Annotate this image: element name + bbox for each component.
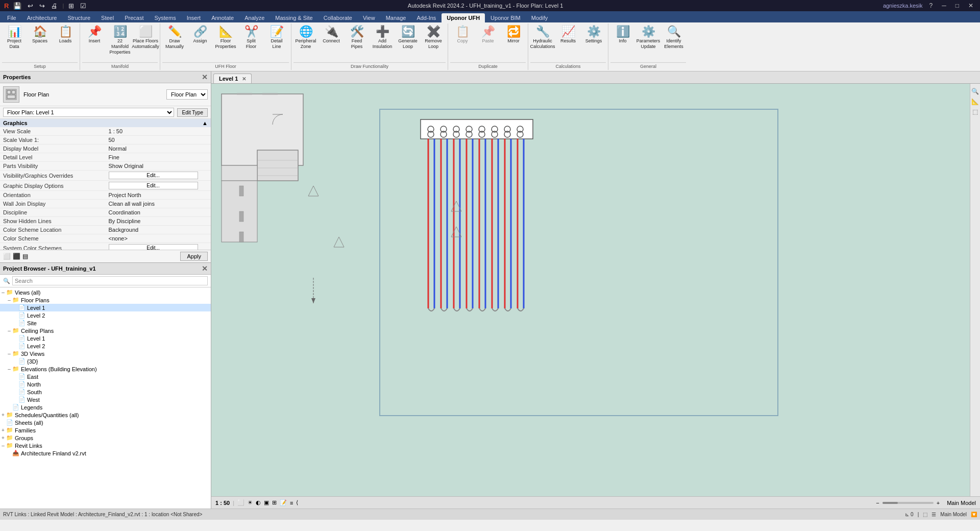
add-insulation-btn[interactable]: ➕ AddInsulation: [370, 25, 395, 51]
tree-elev-south[interactable]: 📄 South: [0, 388, 211, 396]
tree-ceiling-plans[interactable]: – 📁 Ceiling Plans: [0, 327, 211, 334]
browser-tree[interactable]: – 📁 Views (all) – 📁 Floor Plans 📄 Level …: [0, 287, 211, 509]
tree-ceiling-level2[interactable]: 📄 Level 2: [0, 342, 211, 350]
detail-line-btn[interactable]: 📝 DetailLine: [264, 25, 289, 51]
ribbon-tab-steel[interactable]: Steel: [96, 13, 119, 22]
ribbon-tab-file[interactable]: File: [2, 13, 21, 22]
assign-btn[interactable]: 🔗 Assign: [188, 25, 212, 45]
design-options[interactable]: ☰: [932, 512, 936, 517]
params-update-btn[interactable]: ⚙️ ParametersUpdate: [636, 25, 660, 51]
tree-legends[interactable]: 📄 Legends: [0, 403, 211, 411]
close-btn[interactable]: ✕: [966, 1, 976, 10]
ribbon-tab-precast[interactable]: Precast: [119, 13, 149, 22]
undo-btn[interactable]: ↩: [26, 2, 35, 10]
settings-qa-btn[interactable]: ☑: [79, 2, 88, 10]
canvas-tool-2[interactable]: 📐: [971, 98, 979, 105]
tree-3d-view[interactable]: 📄 {3D}: [0, 357, 211, 365]
sys-color-edit-btn[interactable]: Edit...: [109, 244, 198, 250]
apply-button[interactable]: Apply: [180, 252, 208, 261]
ribbon-tab-massing-&-site[interactable]: Massing & Site: [270, 13, 317, 22]
canvas-tool-1[interactable]: 🔍: [971, 88, 979, 95]
canvas-tool-3[interactable]: ⬚: [972, 108, 978, 115]
peripheral-zone-btn[interactable]: 🌐 PeripheralZone: [293, 25, 318, 51]
ribbon-tab-insert[interactable]: Insert: [182, 13, 206, 22]
prop-icon-1[interactable]: ⬜: [3, 253, 11, 260]
ribbon-tab-modify[interactable]: Modify: [526, 13, 553, 22]
generate-loop-btn[interactable]: 🔄 GenerateLoop: [396, 25, 420, 51]
view-tab-level1-close[interactable]: ✕: [242, 76, 246, 82]
props-scroll-area[interactable]: View Scale 1 : 50 Scale Value 1: 50 Disp…: [0, 127, 211, 250]
graphic-display-edit-btn[interactable]: Edit...: [109, 182, 198, 189]
tree-families[interactable]: + 📁 Families: [0, 426, 211, 434]
ribbon-tab-uponor-ufh[interactable]: Uponor UFH: [442, 13, 485, 22]
tree-level2-floor[interactable]: 📄 Level 2: [0, 311, 211, 319]
project-data-btn[interactable]: 📊 ProjectData: [2, 25, 27, 51]
hydraulic-calc-btn[interactable]: 🔧 HydraulicCalculations: [530, 25, 555, 51]
tree-elev-west[interactable]: 📄 West: [0, 396, 211, 403]
info-btn[interactable]: ℹ️ Info: [610, 25, 635, 45]
results-btn[interactable]: 📈 Results: [556, 25, 580, 45]
tree-elevations[interactable]: – 📁 Elevations (Building Elevation): [0, 365, 211, 373]
connect-btn[interactable]: 🔌 Connect: [319, 25, 344, 45]
view-scale-slider[interactable]: [883, 502, 934, 504]
ribbon-tab-manage[interactable]: Manage: [381, 13, 411, 22]
browser-search-input[interactable]: [12, 276, 208, 285]
sync-btn[interactable]: ⊞: [67, 2, 76, 10]
properties-close-btn[interactable]: ✕: [202, 73, 208, 81]
ribbon-tab-add-ins[interactable]: Add-Ins: [411, 13, 441, 22]
remove-loop-btn[interactable]: ✖️ RemoveLoop: [421, 25, 446, 51]
view-tool-annot[interactable]: 📝: [280, 499, 287, 506]
ribbon-tab-view[interactable]: View: [358, 13, 380, 22]
ribbon-tab-uponor-bim[interactable]: Uponor BIM: [485, 13, 526, 22]
view-tool-shadows[interactable]: ▣: [264, 499, 269, 506]
tree-groups[interactable]: + 📁 Groups: [0, 434, 211, 442]
tree-revit-links[interactable]: – 📁 Revit Links: [0, 442, 211, 449]
tree-elev-east[interactable]: 📄 East: [0, 373, 211, 380]
paste-btn[interactable]: 📌 Paste: [476, 25, 500, 45]
ribbon-tab-systems[interactable]: Systems: [149, 13, 181, 22]
tree-floor-plans[interactable]: – 📁 Floor Plans: [0, 296, 211, 304]
print-btn[interactable]: 🖨: [50, 2, 59, 10]
view-tab-level1[interactable]: Level 1 ✕: [213, 74, 252, 83]
minimize-btn[interactable]: ─: [939, 1, 949, 10]
view-tool-crop[interactable]: ⊞: [272, 499, 277, 506]
tree-3d-views[interactable]: – 📁 3D Views: [0, 350, 211, 357]
tree-views-all[interactable]: – 📁 Views (all): [0, 288, 211, 296]
prop-icon-2[interactable]: ⬛: [13, 253, 20, 260]
browser-close-btn[interactable]: ✕: [202, 264, 208, 273]
graphics-section-header[interactable]: Graphics ▲: [0, 119, 211, 127]
quick-save[interactable]: 💾: [12, 2, 23, 10]
draw-manually-btn[interactable]: ✏️ DrawManually: [162, 25, 187, 51]
place-floors-btn[interactable]: ⬜ Place FloorsAutomatically: [133, 25, 158, 51]
copy-btn[interactable]: 📋 Copy: [450, 25, 475, 45]
vg-overrides-edit-btn[interactable]: Edit...: [109, 172, 198, 179]
edit-type-button[interactable]: Edit Type: [177, 108, 208, 117]
view-tool-thin[interactable]: ≡: [290, 500, 293, 506]
insert-btn[interactable]: 📌 Insert: [82, 25, 107, 45]
instance-dropdown[interactable]: Floor Plan: Level 1: [3, 108, 174, 117]
tree-sheets[interactable]: 📄 Sheets (all): [0, 419, 211, 426]
view-tool-3d[interactable]: ⟨: [296, 499, 298, 506]
split-floor-btn[interactable]: ✂️ SplitFloor: [239, 25, 263, 51]
spaces-btn[interactable]: 🏠 Spaces: [28, 25, 52, 45]
feed-pipes-btn[interactable]: 🛠️ FeedPipes: [345, 25, 369, 51]
settings-btn[interactable]: ⚙️ Settings: [581, 25, 606, 45]
ribbon-tab-annotate[interactable]: Annotate: [206, 13, 239, 22]
mirror-btn[interactable]: 🔁 Mirror: [501, 25, 526, 45]
ribbon-tab-structure[interactable]: Structure: [62, 13, 95, 22]
identify-elements-btn[interactable]: 🔍 IdentifyElements: [662, 25, 686, 51]
view-tool-model[interactable]: ⬜: [237, 499, 244, 506]
view-scale-slider-plus[interactable]: +: [937, 500, 940, 506]
prop-type-dropdown[interactable]: Floor Plan: [166, 89, 208, 100]
redo-btn[interactable]: ↪: [38, 2, 46, 10]
workset-toggle[interactable]: ⬚: [923, 512, 927, 517]
loads-btn[interactable]: 📋 Loads: [53, 25, 78, 45]
tree-arch-finland[interactable]: 📥 Architecture Finland v2.rvt: [0, 449, 211, 457]
tree-level1-floor[interactable]: 📄 Level 1: [0, 304, 211, 311]
view-tool-sun[interactable]: ◐: [256, 499, 261, 506]
filter-icon[interactable]: 🔽: [971, 512, 977, 517]
ribbon-tab-analyze[interactable]: Analyze: [239, 13, 270, 22]
prop-icon-3[interactable]: ▤: [22, 253, 28, 260]
help-btn[interactable]: ?: [927, 1, 936, 10]
tree-schedules[interactable]: + 📁 Schedules/Quantities (all): [0, 411, 211, 419]
